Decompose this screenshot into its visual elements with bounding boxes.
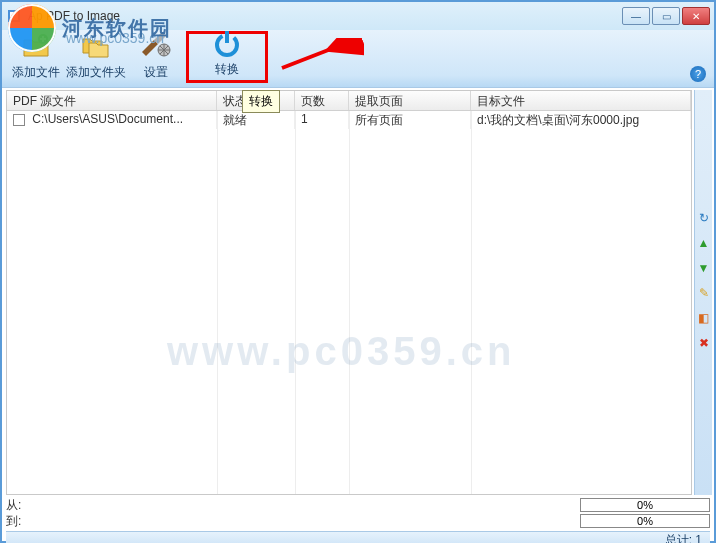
cell-source: C:\Users\ASUS\Document... [7, 111, 217, 129]
progress-to-row: 到: 0% [6, 513, 710, 529]
convert-label: 转换 [215, 61, 239, 78]
from-pct: 0% [637, 499, 653, 511]
settings-icon [140, 30, 172, 62]
refresh-button[interactable]: ↻ [696, 210, 711, 225]
to-pct: 0% [637, 515, 653, 527]
edit-button[interactable]: ✎ [696, 285, 711, 300]
window-title: Ap PDF to Image [28, 9, 622, 23]
convert-button[interactable]: 转换 [186, 31, 268, 83]
from-label: 从: [6, 497, 34, 514]
add-file-icon [20, 30, 52, 62]
footer-bar: 总计: 1 [6, 531, 710, 543]
titlebar: Ap PDF to Image — ▭ ✕ [2, 2, 714, 30]
add-folder-label: 添加文件夹 [66, 64, 126, 81]
source-path: C:\Users\ASUS\Document... [32, 112, 183, 126]
table-row[interactable]: C:\Users\ASUS\Document... 就绪 1 所有页面 d:\我… [7, 111, 691, 129]
grid-body[interactable]: C:\Users\ASUS\Document... 就绪 1 所有页面 d:\我… [7, 111, 691, 494]
settings-button[interactable]: 设置 [126, 31, 186, 83]
app-window: Ap PDF to Image — ▭ ✕ 河东软件园 www.pc0359.c… [0, 0, 716, 543]
svg-rect-5 [225, 31, 229, 43]
move-up-button[interactable]: ▲ [696, 235, 711, 250]
arrow-up-icon: ▲ [698, 236, 710, 250]
progress-to-bar: 0% [580, 514, 710, 528]
app-icon [6, 8, 22, 24]
row-checkbox[interactable] [13, 114, 25, 126]
to-label: 到: [6, 513, 34, 530]
cell-status: 就绪 [217, 111, 295, 129]
progress-from-row: 从: 0% [6, 497, 710, 513]
cell-target: d:\我的文档\桌面\河东0000.jpg [471, 111, 691, 129]
svg-rect-1 [10, 12, 18, 20]
close-button[interactable]: ✕ [682, 7, 710, 25]
col-pages[interactable]: 页数 [295, 91, 349, 110]
col-source[interactable]: PDF 源文件 [7, 91, 217, 110]
remove-button[interactable]: ✖ [696, 335, 711, 350]
cell-pages: 1 [295, 111, 349, 129]
window-controls: — ▭ ✕ [622, 7, 710, 25]
pencil-icon: ✎ [699, 286, 709, 300]
settings-label: 设置 [144, 64, 168, 81]
cell-extract: 所有页面 [349, 111, 471, 129]
maximize-button[interactable]: ▭ [652, 7, 680, 25]
status-area: 从: 0% 到: 0% 总计: 1 [6, 497, 710, 537]
progress-from-bar: 0% [580, 498, 710, 512]
move-down-button[interactable]: ▼ [696, 260, 711, 275]
add-file-button[interactable]: 添加文件 [6, 31, 66, 83]
side-panel: ↻ ▲ ▼ ✎ ◧ ✖ [694, 90, 712, 495]
convert-tooltip: 转换 [242, 90, 280, 113]
convert-icon [211, 27, 243, 59]
clear-button[interactable]: ◧ [696, 310, 711, 325]
file-grid: PDF 源文件 状态 页数 提取页面 目标文件 C:\Users\ASUS\Do… [6, 90, 692, 495]
add-folder-icon [80, 30, 112, 62]
help-button[interactable]: ? [690, 66, 706, 82]
total-count: 总计: 1 [665, 532, 702, 543]
arrow-down-icon: ▼ [698, 261, 710, 275]
minimize-button[interactable]: — [622, 7, 650, 25]
col-target[interactable]: 目标文件 [471, 91, 691, 110]
add-file-label: 添加文件 [12, 64, 60, 81]
refresh-icon: ↻ [699, 211, 709, 225]
col-extract[interactable]: 提取页面 [349, 91, 471, 110]
add-folder-button[interactable]: 添加文件夹 [66, 31, 126, 83]
toolbar: 添加文件 添加文件夹 设置 转换 ? [2, 30, 714, 88]
remove-icon: ✖ [699, 336, 709, 350]
grid-header: PDF 源文件 状态 页数 提取页面 目标文件 [7, 91, 691, 111]
clear-icon: ◧ [698, 311, 709, 325]
